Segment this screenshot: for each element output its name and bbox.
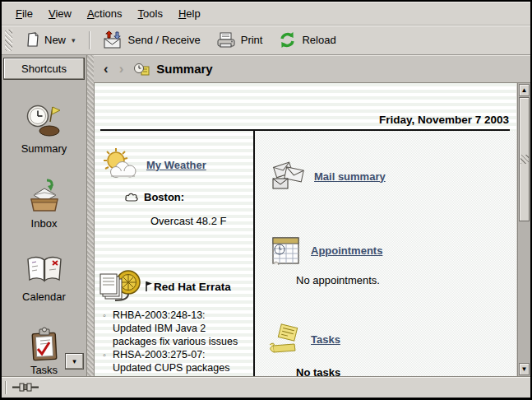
tasks-icon [28, 327, 61, 361]
chevron-down-icon[interactable]: ▾ [72, 36, 76, 44]
errata-item[interactable]: ◦ RHSA-2003:275-07: Updated CUPS package… [103, 348, 253, 376]
status-bar-divider [5, 381, 7, 394]
online-connector-icon[interactable] [12, 382, 39, 393]
toolbar-separator [89, 31, 90, 49]
sidebar-item-calendar[interactable]: Calendar [2, 253, 86, 303]
main-area: ‹ › Summary Friday, November 7 2003 [94, 55, 530, 376]
summary-title-icon [134, 62, 150, 77]
sidebar-item-label: Inbox [31, 217, 58, 230]
errata-list: ◦ RHBA-2003:248-13: Updated IBM Java 2 p… [103, 309, 253, 376]
flag-icon [145, 281, 153, 292]
scroll-up-button[interactable]: ▲ [519, 84, 530, 96]
toolbar: New ▾ Send / Receive Print [2, 26, 530, 55]
my-weather-link[interactable]: My Weather [146, 159, 206, 171]
weather-condition: Overcast 48.2 F [150, 215, 253, 227]
cloud-icon [124, 192, 139, 202]
right-column: Mail summary [255, 131, 516, 376]
sidebar-item-label: Summary [21, 142, 67, 155]
summary-viewport: Friday, November 7 2003 [94, 83, 530, 376]
toolbar-grip[interactable] [5, 30, 12, 51]
scroll-down-button[interactable]: ▼ [519, 363, 530, 375]
bullet-icon: ◦ [103, 309, 109, 348]
errata-item[interactable]: ◦ RHBA-2003:248-13: Updated IBM Java 2 p… [103, 309, 253, 348]
new-document-icon [25, 32, 39, 48]
new-button[interactable]: New ▾ [23, 30, 78, 49]
chevron-down-icon: ▾ [72, 357, 76, 365]
tasks-dropdown-button[interactable]: ▾ [65, 353, 84, 370]
page-title: Summary [156, 62, 212, 76]
calendar-icon [25, 253, 64, 288]
weather-icon [100, 147, 140, 183]
reload-icon [278, 31, 297, 49]
back-button[interactable]: ‹ [104, 62, 109, 76]
menu-tools[interactable]: Tools [138, 7, 163, 20]
folder-title-bar: ‹ › Summary [94, 55, 530, 83]
scrollbar-thumb[interactable] [519, 97, 530, 221]
shortcuts-sidebar: Shortcuts Summary Inbox [2, 55, 87, 376]
send-receive-icon [103, 30, 123, 49]
sidebar-item-summary[interactable]: Summary [2, 104, 86, 155]
send-receive-label: Send / Receive [128, 34, 201, 46]
left-column: My Weather Boston: Overcast 48.2 F [95, 131, 253, 376]
errata-icon [99, 266, 143, 307]
tasks-link[interactable]: Tasks [311, 333, 340, 346]
print-icon [216, 31, 236, 49]
evolution-window: File View Actions Tools Help New ▾ Send … [0, 0, 532, 400]
shortcuts-header-button[interactable]: Shortcuts [3, 58, 85, 80]
sidebar-item-inbox[interactable]: Inbox [2, 179, 86, 230]
sidebar-item-label: Calendar [22, 291, 66, 303]
send-receive-button[interactable]: Send / Receive [100, 29, 203, 51]
summary-content: Friday, November 7 2003 [95, 83, 516, 376]
print-button[interactable]: Print [214, 30, 266, 50]
appointments-link[interactable]: Appointments [311, 244, 382, 257]
new-button-label: New [44, 34, 66, 46]
scroll-down-icon: ▼ [521, 365, 528, 373]
tasks-status: No tasks [296, 366, 516, 376]
scroll-up-icon: ▲ [521, 86, 528, 94]
tasks-notes-icon [266, 323, 304, 356]
vertical-scrollbar[interactable]: ▲ ▼ [517, 83, 530, 376]
date-heading: Friday, November 7 2003 [95, 114, 516, 127]
appointments-icon [270, 234, 303, 267]
mail-summary-icon [270, 160, 306, 193]
scrollbar-grip-icon [520, 155, 529, 164]
errata-heading: Red Hat Errata [145, 281, 231, 293]
sidebar-item-label: Tasks [30, 364, 58, 376]
appointments-status: No appointments. [296, 274, 516, 286]
menu-bar: File View Actions Tools Help [2, 2, 530, 26]
reload-button[interactable]: Reload [275, 30, 338, 50]
summary-icon [25, 104, 63, 140]
print-label: Print [241, 34, 263, 46]
menu-actions[interactable]: Actions [87, 7, 123, 20]
forward-button[interactable]: › [119, 62, 124, 76]
inbox-icon [25, 179, 63, 215]
sidebar-splitter[interactable] [87, 55, 94, 376]
mail-summary-link[interactable]: Mail summary [314, 170, 386, 183]
weather-location: Boston: [144, 191, 184, 203]
status-bar [2, 376, 530, 398]
bullet-icon: ◦ [103, 348, 109, 376]
reload-label: Reload [302, 34, 335, 46]
errata-title-text: Red Hat Errata [154, 281, 231, 293]
menu-help[interactable]: Help [178, 7, 201, 20]
menu-view[interactable]: View [49, 7, 72, 20]
menu-file[interactable]: File [16, 7, 33, 20]
